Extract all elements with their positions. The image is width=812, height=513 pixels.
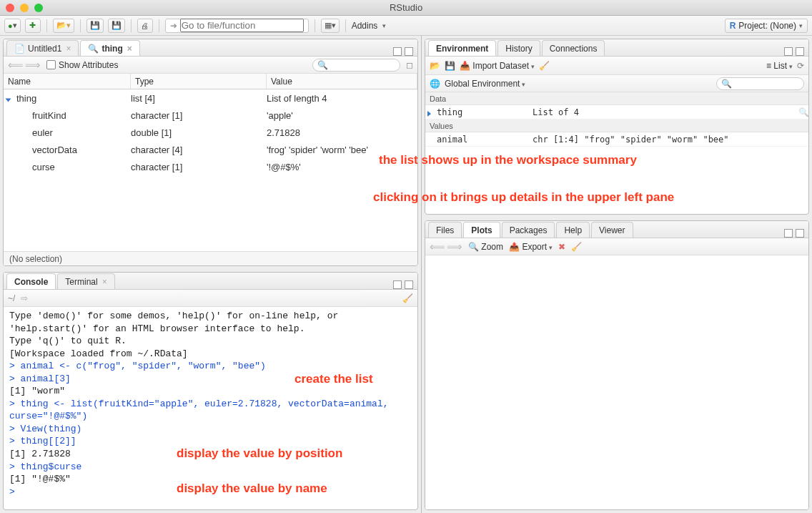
tab-untitled1[interactable]: 📄 Untitled1 × — [6, 40, 79, 56]
titlebar: RStudio — [0, 0, 812, 16]
row-type: character [1] — [131, 110, 267, 121]
environment-pane: Environment History Connections 📂 💾 📥 Im… — [425, 39, 809, 215]
viewer-row[interactable]: cursecharacter [1]'!@#$%' — [4, 158, 417, 175]
refresh-icon[interactable]: ⟳ — [797, 61, 804, 71]
plot-nav[interactable]: ⟸⟹ — [430, 240, 462, 253]
import-label: Import Dataset — [472, 61, 529, 71]
viewer-search-input[interactable] — [331, 61, 395, 69]
console-line: > — [9, 486, 412, 499]
console-line: 'help.start()' for an HTML browser inter… — [9, 323, 412, 336]
goto-file-input[interactable]: ➜ — [165, 19, 309, 33]
tab-label: Help — [564, 225, 582, 235]
tab-console[interactable]: Console — [6, 273, 56, 289]
zoom-window-button[interactable] — [34, 4, 43, 12]
tab-history[interactable]: History — [497, 40, 540, 56]
env-data-row[interactable]: thingList of 4🔍 — [425, 105, 808, 119]
magnifier-icon[interactable]: 🔍 — [798, 107, 809, 117]
load-workspace-icon[interactable]: 📂 — [430, 61, 440, 71]
tab-connections[interactable]: Connections — [542, 40, 605, 56]
import-dataset-menu[interactable]: 📥 Import Dataset — [460, 61, 535, 71]
env-value: chr [1:4] "frog" "spider" "worm" "bee" — [533, 135, 808, 145]
env-search-input[interactable] — [735, 79, 799, 88]
clear-console-icon[interactable]: 🧹 — [402, 293, 413, 303]
console-line: [1] 2.71828 — [9, 448, 412, 461]
console-line: Type 'q()' to quit R. — [9, 335, 412, 348]
clear-plots-icon[interactable]: 🧹 — [571, 242, 582, 252]
tab-help[interactable]: Help — [556, 222, 590, 238]
save-workspace-icon[interactable]: 💾 — [445, 61, 455, 71]
tab-viewer[interactable]: Viewer — [591, 222, 633, 238]
checkbox-icon[interactable] — [46, 60, 56, 69]
tab-thing[interactable]: 🔍 thing × — [80, 40, 139, 56]
clear-workspace-icon[interactable]: 🧹 — [539, 61, 550, 71]
save-button[interactable]: 💾 — [86, 19, 104, 33]
close-icon[interactable]: × — [66, 44, 71, 54]
search-icon: 🔍 — [721, 79, 732, 89]
maximize-pane-icon[interactable] — [796, 47, 804, 56]
export-menu[interactable]: 📤 Export — [509, 242, 553, 252]
tools-grid-button[interactable]: ▦▾ — [321, 19, 340, 33]
row-type: list [4] — [131, 93, 267, 104]
env-value-row[interactable]: animalchr [1:4] "frog" "spider" "worm" "… — [425, 132, 808, 147]
print-button[interactable]: 🖨 — [137, 19, 153, 33]
tab-label: Untitled1 — [28, 44, 61, 54]
open-file-button[interactable]: 📂▾ — [53, 19, 74, 33]
close-icon[interactable]: × — [127, 44, 132, 54]
close-window-button[interactable] — [6, 4, 14, 12]
goto-wd-icon[interactable]: ⇨ — [21, 293, 28, 303]
goto-file-field[interactable] — [180, 19, 304, 32]
window-icon[interactable]: ◻ — [406, 60, 413, 70]
col-value[interactable]: Value — [267, 74, 417, 89]
zoom-button[interactable]: 🔍 Zoom — [468, 242, 503, 252]
maximize-pane-icon[interactable] — [405, 47, 413, 56]
console-line: > View(thing) — [9, 423, 412, 436]
tab-label: Environment — [436, 44, 488, 54]
list-mode-label: List — [773, 61, 787, 71]
plots-pane: Files Plots Packages Help Viewer ⟸⟹ 🔍 Zo… — [425, 220, 809, 510]
col-type[interactable]: Type — [131, 74, 267, 89]
viewer-row[interactable]: fruitKindcharacter [1]'apple' — [4, 107, 417, 124]
row-name: curse — [4, 162, 131, 172]
view-mode-menu[interactable]: ≡ List — [766, 61, 793, 71]
viewer-row[interactable]: thinglist [4]List of length 4 — [4, 89, 417, 107]
maximize-pane-icon[interactable] — [405, 280, 413, 289]
tab-terminal[interactable]: Terminal × — [57, 273, 114, 289]
tab-environment[interactable]: Environment — [428, 40, 496, 56]
show-attributes-toggle[interactable]: Show Attributes — [46, 60, 118, 70]
viewer-row[interactable]: vectorDatacharacter [4]'frog' 'spider' '… — [4, 141, 417, 158]
minimize-pane-icon[interactable] — [393, 47, 402, 56]
new-project-button[interactable]: ✚ — [25, 19, 41, 33]
minimize-pane-icon[interactable] — [784, 47, 793, 56]
console-line: > animal <- c("frog", "spider", "worm", … — [9, 360, 412, 373]
scope-selector[interactable]: Global Environment — [445, 79, 525, 89]
minimize-pane-icon[interactable] — [784, 229, 793, 238]
zoom-label: Zoom — [481, 242, 503, 252]
tab-label: Viewer — [599, 225, 625, 235]
addins-menu[interactable]: Addins — [352, 21, 387, 31]
console-line: Type 'demo()' for some demos, 'help()' f… — [9, 310, 412, 323]
nav-back-forward[interactable]: ⟸⟹ — [8, 59, 41, 72]
project-menu[interactable]: R Project: (None) ▾ — [725, 19, 808, 33]
tab-label: Terminal — [65, 277, 97, 287]
env-name: animal — [425, 135, 533, 145]
tab-packages[interactable]: Packages — [502, 222, 555, 238]
console-body[interactable]: Type 'demo()' for some demos, 'help()' f… — [4, 307, 417, 509]
tab-label: History — [505, 44, 532, 54]
remove-plot-icon[interactable]: ✖ — [558, 242, 565, 252]
save-all-button[interactable]: 💾 — [108, 19, 125, 33]
minimize-pane-icon[interactable] — [393, 280, 402, 289]
tab-plots[interactable]: Plots — [463, 222, 500, 238]
tab-files[interactable]: Files — [428, 222, 462, 238]
viewer-search[interactable]: 🔍 — [312, 59, 400, 72]
tab-label: Plots — [471, 225, 492, 235]
viewer-row[interactable]: eulerdouble [1]2.71828 — [4, 124, 417, 141]
console-line: > animal[3] — [9, 373, 412, 386]
maximize-pane-icon[interactable] — [796, 229, 804, 238]
console-line: [1] "worm" — [9, 385, 412, 398]
minimize-window-button[interactable] — [20, 4, 29, 12]
env-search[interactable]: 🔍 — [716, 77, 804, 90]
close-icon[interactable]: × — [102, 277, 107, 287]
tab-label: Files — [436, 225, 454, 235]
col-name[interactable]: Name — [4, 74, 131, 89]
new-file-button[interactable]: ●▾ — [4, 19, 21, 33]
